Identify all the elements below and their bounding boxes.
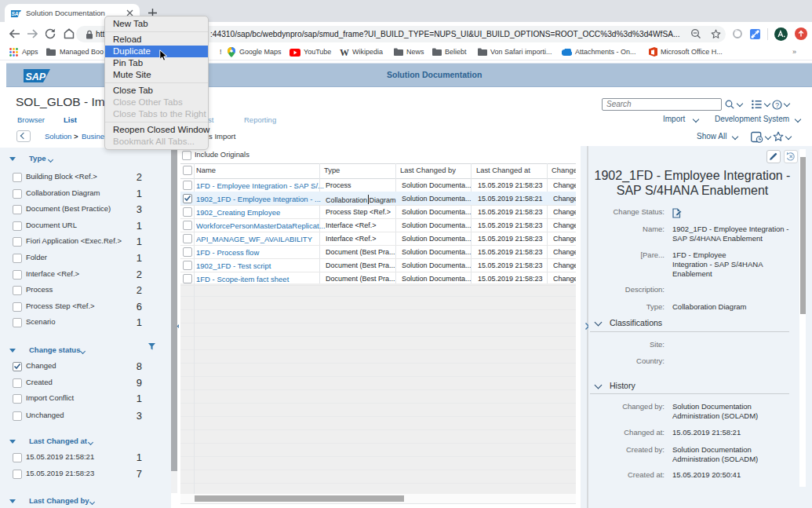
svg-text:SAP: SAP <box>12 11 22 16</box>
svg-text:SAP: SAP <box>26 71 46 82</box>
svg-text:?: ? <box>775 101 779 109</box>
